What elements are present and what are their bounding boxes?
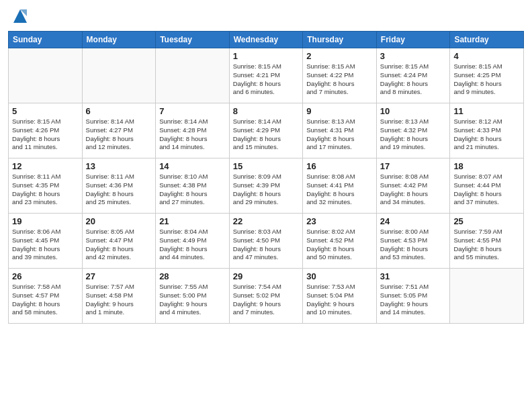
day-cell: 1Sunrise: 8:15 AM Sunset: 4:21 PM Daylig…	[229, 48, 303, 103]
header	[8, 7, 524, 26]
week-row-3: 19Sunrise: 8:06 AM Sunset: 4:45 PM Dayli…	[9, 214, 524, 269]
day-number: 29	[233, 271, 300, 281]
day-number: 12	[12, 161, 79, 171]
day-cell: 31Sunrise: 7:51 AM Sunset: 5:05 PM Dayli…	[376, 269, 450, 324]
day-number: 2	[306, 51, 373, 61]
calendar-table: SundayMondayTuesdayWednesdayThursdayFrid…	[8, 31, 524, 324]
day-cell	[156, 48, 230, 103]
weekday-header-tuesday: Tuesday	[156, 32, 230, 48]
day-info: Sunrise: 8:04 AM Sunset: 4:49 PM Dayligh…	[159, 228, 226, 262]
day-info: Sunrise: 7:59 AM Sunset: 4:55 PM Dayligh…	[453, 228, 520, 262]
day-cell: 26Sunrise: 7:58 AM Sunset: 4:57 PM Dayli…	[9, 269, 83, 324]
day-number: 19	[12, 216, 79, 226]
day-cell: 21Sunrise: 8:04 AM Sunset: 4:49 PM Dayli…	[156, 214, 230, 269]
day-info: Sunrise: 7:51 AM Sunset: 5:05 PM Dayligh…	[380, 283, 447, 317]
day-info: Sunrise: 8:10 AM Sunset: 4:38 PM Dayligh…	[159, 173, 226, 207]
day-number: 17	[380, 161, 447, 171]
day-cell: 10Sunrise: 8:13 AM Sunset: 4:32 PM Dayli…	[376, 103, 450, 158]
day-info: Sunrise: 8:13 AM Sunset: 4:31 PM Dayligh…	[306, 118, 373, 152]
day-cell: 19Sunrise: 8:06 AM Sunset: 4:45 PM Dayli…	[9, 214, 83, 269]
day-cell: 8Sunrise: 8:14 AM Sunset: 4:29 PM Daylig…	[229, 103, 303, 158]
day-info: Sunrise: 7:55 AM Sunset: 5:00 PM Dayligh…	[159, 283, 226, 317]
day-info: Sunrise: 8:15 AM Sunset: 4:21 PM Dayligh…	[233, 62, 300, 97]
day-cell	[82, 48, 156, 103]
logo	[8, 7, 30, 26]
day-info: Sunrise: 8:13 AM Sunset: 4:32 PM Dayligh…	[380, 118, 447, 152]
day-info: Sunrise: 8:12 AM Sunset: 4:33 PM Dayligh…	[453, 118, 520, 152]
day-number: 25	[453, 216, 520, 226]
day-info: Sunrise: 8:08 AM Sunset: 4:41 PM Dayligh…	[306, 173, 373, 207]
day-cell: 15Sunrise: 8:09 AM Sunset: 4:39 PM Dayli…	[229, 158, 303, 214]
day-number: 1	[233, 51, 300, 61]
day-number: 16	[306, 161, 373, 171]
day-number: 23	[306, 216, 373, 226]
day-cell	[450, 269, 524, 324]
day-info: Sunrise: 8:07 AM Sunset: 4:44 PM Dayligh…	[453, 173, 520, 207]
day-number: 24	[380, 216, 447, 226]
day-info: Sunrise: 8:15 AM Sunset: 4:22 PM Dayligh…	[306, 62, 373, 97]
day-info: Sunrise: 8:03 AM Sunset: 4:50 PM Dayligh…	[233, 228, 300, 262]
day-info: Sunrise: 8:14 AM Sunset: 4:28 PM Dayligh…	[159, 118, 226, 152]
day-number: 27	[86, 271, 152, 281]
day-number: 7	[159, 106, 226, 116]
day-cell: 22Sunrise: 8:03 AM Sunset: 4:50 PM Dayli…	[229, 214, 303, 269]
day-number: 5	[12, 106, 79, 116]
day-cell: 28Sunrise: 7:55 AM Sunset: 5:00 PM Dayli…	[156, 269, 230, 324]
day-number: 31	[380, 271, 447, 281]
day-info: Sunrise: 8:11 AM Sunset: 4:35 PM Dayligh…	[12, 173, 79, 207]
day-number: 11	[453, 106, 520, 116]
weekday-header-thursday: Thursday	[303, 32, 377, 48]
day-cell: 12Sunrise: 8:11 AM Sunset: 4:35 PM Dayli…	[9, 158, 83, 214]
day-number: 13	[86, 161, 152, 171]
day-number: 26	[12, 271, 79, 281]
day-info: Sunrise: 8:02 AM Sunset: 4:52 PM Dayligh…	[306, 228, 373, 262]
page: SundayMondayTuesdayWednesdayThursdayFrid…	[0, 0, 532, 411]
day-cell: 29Sunrise: 7:54 AM Sunset: 5:02 PM Dayli…	[229, 269, 303, 324]
logo-icon	[11, 7, 30, 26]
day-number: 8	[233, 106, 300, 116]
day-info: Sunrise: 8:14 AM Sunset: 4:29 PM Dayligh…	[233, 118, 300, 152]
weekday-header-monday: Monday	[82, 32, 156, 48]
day-cell: 6Sunrise: 8:14 AM Sunset: 4:27 PM Daylig…	[82, 103, 156, 158]
day-number: 9	[306, 106, 373, 116]
day-cell: 30Sunrise: 7:53 AM Sunset: 5:04 PM Dayli…	[303, 269, 377, 324]
day-info: Sunrise: 7:58 AM Sunset: 4:57 PM Dayligh…	[12, 283, 79, 317]
day-cell: 17Sunrise: 8:08 AM Sunset: 4:42 PM Dayli…	[376, 158, 450, 214]
day-number: 21	[159, 216, 226, 226]
weekday-header-saturday: Saturday	[450, 32, 524, 48]
day-cell: 23Sunrise: 8:02 AM Sunset: 4:52 PM Dayli…	[303, 214, 377, 269]
day-cell: 7Sunrise: 8:14 AM Sunset: 4:28 PM Daylig…	[156, 103, 230, 158]
day-number: 18	[453, 161, 520, 171]
day-number: 14	[159, 161, 226, 171]
week-row-2: 12Sunrise: 8:11 AM Sunset: 4:35 PM Dayli…	[9, 158, 524, 214]
day-cell: 18Sunrise: 8:07 AM Sunset: 4:44 PM Dayli…	[450, 158, 524, 214]
week-row-1: 5Sunrise: 8:15 AM Sunset: 4:26 PM Daylig…	[9, 103, 524, 158]
day-info: Sunrise: 8:15 AM Sunset: 4:24 PM Dayligh…	[380, 62, 447, 97]
day-cell: 24Sunrise: 8:00 AM Sunset: 4:53 PM Dayli…	[376, 214, 450, 269]
day-cell: 3Sunrise: 8:15 AM Sunset: 4:24 PM Daylig…	[376, 48, 450, 103]
day-number: 22	[233, 216, 300, 226]
day-cell: 27Sunrise: 7:57 AM Sunset: 4:58 PM Dayli…	[82, 269, 156, 324]
day-info: Sunrise: 8:05 AM Sunset: 4:47 PM Dayligh…	[86, 228, 152, 262]
day-cell: 16Sunrise: 8:08 AM Sunset: 4:41 PM Dayli…	[303, 158, 377, 214]
day-info: Sunrise: 8:06 AM Sunset: 4:45 PM Dayligh…	[12, 228, 79, 262]
day-cell: 2Sunrise: 8:15 AM Sunset: 4:22 PM Daylig…	[303, 48, 377, 103]
day-number: 20	[86, 216, 152, 226]
day-number: 28	[159, 271, 226, 281]
day-cell	[9, 48, 83, 103]
weekday-header-friday: Friday	[376, 32, 450, 48]
day-number: 15	[233, 161, 300, 171]
day-cell: 9Sunrise: 8:13 AM Sunset: 4:31 PM Daylig…	[303, 103, 377, 158]
day-info: Sunrise: 7:53 AM Sunset: 5:04 PM Dayligh…	[306, 283, 373, 317]
day-info: Sunrise: 8:08 AM Sunset: 4:42 PM Dayligh…	[380, 173, 447, 207]
day-info: Sunrise: 8:15 AM Sunset: 4:25 PM Dayligh…	[453, 62, 520, 97]
day-cell: 14Sunrise: 8:10 AM Sunset: 4:38 PM Dayli…	[156, 158, 230, 214]
day-cell: 11Sunrise: 8:12 AM Sunset: 4:33 PM Dayli…	[450, 103, 524, 158]
day-info: Sunrise: 8:09 AM Sunset: 4:39 PM Dayligh…	[233, 173, 300, 207]
day-cell: 20Sunrise: 8:05 AM Sunset: 4:47 PM Dayli…	[82, 214, 156, 269]
day-number: 30	[306, 271, 373, 281]
weekday-header-row: SundayMondayTuesdayWednesdayThursdayFrid…	[9, 32, 524, 48]
day-info: Sunrise: 8:00 AM Sunset: 4:53 PM Dayligh…	[380, 228, 447, 262]
day-info: Sunrise: 8:14 AM Sunset: 4:27 PM Dayligh…	[86, 118, 152, 152]
week-row-0: 1Sunrise: 8:15 AM Sunset: 4:21 PM Daylig…	[9, 48, 524, 103]
